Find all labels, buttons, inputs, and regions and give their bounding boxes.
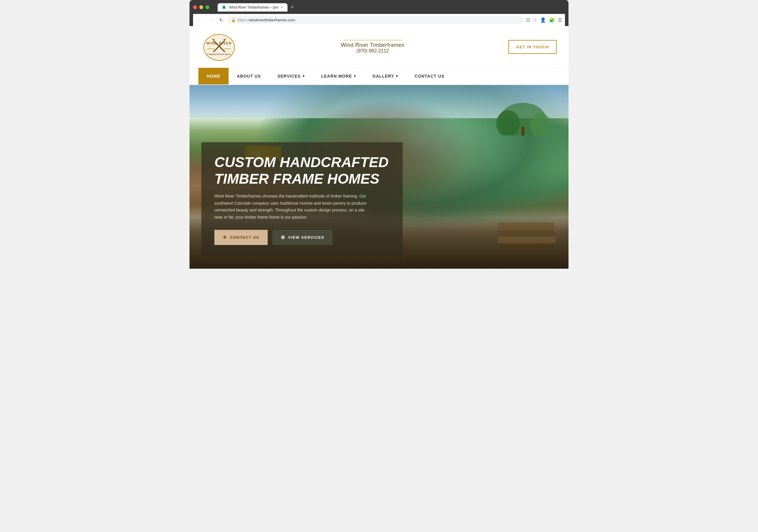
menu-icon[interactable]: ☰ [558,17,562,23]
services-dropdown-arrow: ▾ [303,74,305,78]
hero-services-label: VIEW SERVICES [288,235,324,240]
security-icon: 🔒 [231,18,236,22]
browser-tab-bar: 🌲 Wind River Timberframes – join ✕ + [218,3,296,12]
nav-label-contact: CONTACT US [415,74,444,79]
nav-item-gallery[interactable]: GALLERY ▾ [364,68,406,85]
learn-more-dropdown-arrow: ▾ [354,74,356,78]
hero-section: GEHL CUSTOM HANDCRAFTED TIMBER FRAME HOM… [190,85,568,269]
maximize-window-button[interactable] [205,5,209,9]
company-name: Wind River Timberframes [237,42,508,48]
browser-toolbar: ← → ↻ 🔒 https://windrivertimberframes.co… [193,14,565,26]
nav-item-about[interactable]: ABOUT US [228,68,269,85]
nav-label-services: SERVICES [277,74,301,79]
browser-chrome: 🌲 Wind River Timberframes – join ✕ + ← →… [190,0,568,26]
hero-buttons: ✈ CONTACT US ⚙ VIEW SERVICES [214,230,390,245]
bookmark-icon[interactable]: ☆ [533,17,537,23]
company-phone[interactable]: (970) 882-2112 [237,48,508,53]
back-button[interactable]: ← [196,17,204,23]
nav-label-about: ABOUT US [237,74,261,79]
tab-title: Wind River Timberframes – join [229,5,278,10]
header-divider [343,40,402,40]
gallery-dropdown-arrow: ▾ [396,74,398,78]
site-header: WIND RIVER TIMBERFRAMES Wind River Timbe… [190,26,568,68]
active-browser-tab[interactable]: 🌲 Wind River Timberframes – join ✕ [218,3,288,12]
close-window-button[interactable] [193,5,197,9]
hero-contact-button[interactable]: ✈ CONTACT US [214,230,268,245]
nav-label-learn-more: LEARN MORE [321,74,352,79]
nav-label-home: HOME [207,74,220,79]
forward-button[interactable]: → [207,17,215,23]
get-in-touch-button[interactable]: GET IN TOUCH [508,40,557,54]
website: WIND RIVER TIMBERFRAMES Wind River Timbe… [190,26,568,269]
new-tab-button[interactable]: + [288,3,296,12]
hero-contact-label: CONTACT US [230,235,259,240]
nav-item-home[interactable]: HOME [198,68,228,85]
firefox-account-icon[interactable]: 👤 [540,17,546,23]
url-text: https://windrivertimberframes.com [237,18,295,22]
tab-close-button[interactable]: ✕ [281,6,283,10]
svg-text:WIND RIVER: WIND RIVER [206,42,232,45]
reload-button[interactable]: ↻ [217,17,225,23]
nav-item-contact[interactable]: CONTACT US [406,68,453,85]
hero-services-button[interactable]: ⚙ VIEW SERVICES [272,230,332,245]
site-nav: HOME ABOUT US SERVICES ▾ LEARN MORE ▾ GA… [190,68,568,85]
screen-share-icon[interactable]: ⊡ [526,17,530,23]
extensions-icon[interactable]: 🧩 [549,17,555,23]
nav-item-services[interactable]: SERVICES ▾ [269,68,313,85]
logo-area: WIND RIVER TIMBERFRAMES [201,32,237,62]
header-center: Wind River Timberframes (970) 882-2112 [237,40,508,53]
nav-label-gallery: GALLERY [372,74,394,79]
browser-window-controls: 🌲 Wind River Timberframes – join ✕ + [193,3,565,12]
minimize-window-button[interactable] [199,5,203,9]
tab-favicon: 🌲 [222,5,226,10]
browser-right-icons: ⊡ ☆ 👤 🧩 ☰ [526,17,562,23]
svg-text:TIMBERFRAMES: TIMBERFRAMES [207,53,231,56]
address-bar[interactable]: 🔒 https://windrivertimberframes.com [227,16,524,24]
gear-icon: ⚙ [281,234,286,240]
hero-content-box: CUSTOM HANDCRAFTED TIMBER FRAME HOMES Wi… [201,142,403,257]
logo[interactable]: WIND RIVER TIMBERFRAMES [201,32,237,62]
hero-description: Wind River Timberframes chooses the hand… [214,193,368,221]
hero-title: CUSTOM HANDCRAFTED TIMBER FRAME HOMES [214,154,390,187]
send-icon: ✈ [223,234,227,240]
nav-item-learn-more[interactable]: LEARN MORE ▾ [313,68,364,85]
